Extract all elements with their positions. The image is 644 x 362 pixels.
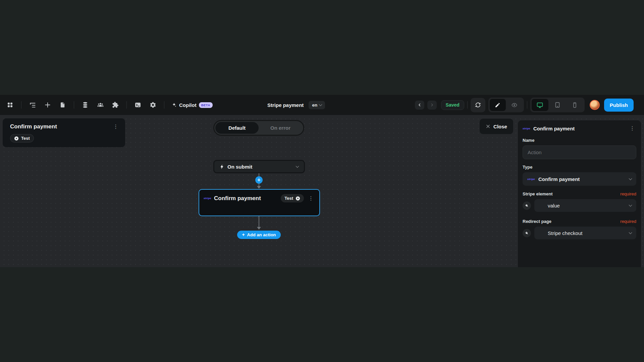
- publish-button[interactable]: Publish: [604, 99, 634, 112]
- redirect-page-select[interactable]: Stripe checkout: [534, 227, 636, 239]
- lightning-bolt-icon: [220, 164, 224, 169]
- layers-tree-icon[interactable]: [29, 101, 37, 109]
- chevron-down-icon: [629, 177, 632, 180]
- toolbar-divider: [126, 101, 127, 109]
- add-action-label: Add an action: [247, 232, 276, 237]
- edit-mode-button[interactable]: [490, 99, 506, 111]
- tablet-view-button[interactable]: [549, 99, 566, 111]
- stripe-element-label: Stripe element: [523, 191, 553, 196]
- workflow-card-title: Confirm payment: [10, 123, 57, 130]
- settings-gear-icon[interactable]: [149, 101, 157, 109]
- branch-tabs: Default On error: [213, 120, 304, 136]
- add-action-button[interactable]: + Add an action: [237, 231, 281, 239]
- play-circle-icon: [296, 196, 300, 201]
- stripe-logo-icon: stripe: [204, 197, 211, 200]
- action-node-confirm-payment[interactable]: stripe Confirm payment Test ⋮: [199, 189, 320, 216]
- copilot-label: Copilot: [179, 102, 197, 108]
- bind-data-button[interactable]: [523, 229, 531, 237]
- undo-button[interactable]: [415, 101, 424, 110]
- stripe-logo-icon: stripe: [527, 178, 535, 181]
- beta-badge: BETA: [199, 102, 213, 108]
- redirect-page-label: Redirect page: [523, 219, 551, 224]
- trigger-label: On submit: [227, 164, 252, 170]
- tab-default-label: Default: [228, 125, 246, 131]
- connector-arrow: [257, 227, 261, 230]
- chevron-down-icon: [296, 165, 299, 168]
- toolbar-divider: [164, 101, 164, 109]
- panel-menu-icon[interactable]: ⋮: [628, 125, 636, 132]
- name-input[interactable]: [523, 145, 636, 159]
- chevron-down-icon: [629, 203, 632, 207]
- toolbar-center: Stripe payment en: [267, 95, 325, 115]
- chevron-down-icon: [319, 103, 322, 106]
- workflow-summary-card[interactable]: Confirm payment ⋮ Test: [3, 118, 125, 147]
- workflow-card-menu-icon[interactable]: ⋮: [112, 123, 120, 130]
- toolbar-right: Saved Publish: [415, 95, 634, 115]
- users-icon[interactable]: [96, 101, 104, 109]
- sync-refresh-button[interactable]: [471, 98, 485, 112]
- copilot-button[interactable]: Copilot BETA: [171, 102, 213, 108]
- close-icon: [486, 124, 490, 129]
- redo-button[interactable]: [427, 101, 437, 110]
- plus-icon: +: [242, 232, 245, 237]
- saved-status-badge: Saved: [441, 100, 464, 110]
- panel-header: stripe Confirm payment ⋮: [523, 125, 636, 132]
- action-node-title: Confirm payment: [214, 195, 261, 202]
- dashboard-grid-icon[interactable]: [6, 101, 14, 109]
- workflow-test-label: Test: [21, 136, 30, 141]
- preview-mode-button[interactable]: [506, 99, 523, 111]
- action-node-test-button[interactable]: Test: [281, 194, 304, 202]
- chevron-down-icon: [629, 231, 632, 234]
- toolbar-divider: [74, 101, 74, 109]
- name-label: Name: [523, 138, 636, 143]
- stripe-element-value: value: [548, 203, 560, 208]
- type-value: Confirm payment: [538, 176, 580, 182]
- redirect-required-badge: required: [620, 219, 636, 224]
- stripe-element-required-badge: required: [620, 191, 636, 196]
- terminal-icon[interactable]: [134, 101, 142, 109]
- bind-data-button[interactable]: [523, 201, 531, 210]
- toolbar-divider: [21, 101, 21, 109]
- play-circle-icon: [14, 136, 19, 141]
- locale-select[interactable]: en: [309, 101, 325, 109]
- close-label: Close: [493, 124, 507, 129]
- mobile-view-button[interactable]: [567, 99, 583, 111]
- saved-status-text: Saved: [446, 102, 460, 108]
- panel-title: Confirm payment: [533, 126, 575, 131]
- locale-value: en: [312, 103, 317, 108]
- toolbar-divider: [527, 101, 527, 109]
- close-workflow-button[interactable]: Close: [480, 119, 513, 134]
- device-toggle-group: [530, 98, 585, 112]
- mode-toggle-group: [488, 98, 524, 112]
- data-sources-icon[interactable]: [81, 101, 89, 109]
- connector-arrow: [257, 186, 261, 189]
- desktop-view-button[interactable]: [532, 99, 548, 111]
- pages-icon[interactable]: [59, 101, 67, 109]
- action-config-panel: stripe Confirm payment ⋮ Name Type strip…: [518, 120, 641, 267]
- insert-action-button[interactable]: +: [255, 176, 263, 184]
- tab-default[interactable]: Default: [215, 122, 259, 134]
- plugins-icon[interactable]: [111, 101, 119, 109]
- sparkle-icon: [171, 102, 177, 108]
- action-node-test-label: Test: [284, 196, 293, 201]
- workflow-canvas[interactable]: Confirm payment ⋮ Test Default On error …: [0, 115, 644, 267]
- connector-line: [259, 216, 259, 228]
- trigger-select[interactable]: On submit: [213, 160, 305, 173]
- type-select[interactable]: stripe Confirm payment: [523, 172, 636, 186]
- toolbar-left-icons: Copilot BETA: [0, 101, 213, 109]
- toolbar-divider: [467, 101, 468, 109]
- redirect-page-value: Stripe checkout: [548, 230, 582, 236]
- user-avatar[interactable]: [590, 100, 600, 110]
- project-title: Stripe payment: [267, 102, 304, 108]
- stripe-element-select[interactable]: value: [534, 199, 636, 212]
- tab-on-error-label: On error: [270, 125, 290, 131]
- workflow-test-button[interactable]: Test: [10, 134, 34, 142]
- tab-on-error[interactable]: On error: [259, 125, 302, 131]
- stripe-logo-icon: stripe: [523, 127, 530, 130]
- action-node-menu-icon[interactable]: ⋮: [307, 195, 315, 202]
- type-label: Type: [523, 165, 636, 170]
- add-element-icon[interactable]: [44, 101, 52, 109]
- top-toolbar: Copilot BETA Stripe payment en Saved: [0, 95, 644, 115]
